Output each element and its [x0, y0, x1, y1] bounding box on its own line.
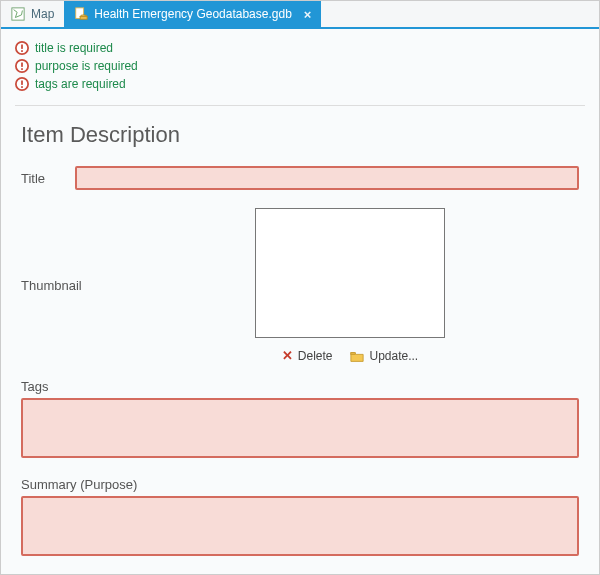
error-icon: [15, 59, 29, 73]
svg-rect-3: [80, 17, 87, 20]
thumbnail-column: ✕ Delete Update...: [121, 208, 579, 363]
thumbnail-preview[interactable]: [255, 208, 445, 338]
summary-input[interactable]: [21, 496, 579, 556]
msg-title-required: title is required: [15, 39, 585, 57]
error-icon: [15, 77, 29, 91]
summary-label: Summary (Purpose): [21, 477, 579, 492]
svg-rect-11: [21, 81, 23, 85]
validation-messages: title is required purpose is required ta…: [1, 29, 599, 99]
title-input[interactable]: [75, 166, 579, 190]
msg-purpose-required: purpose is required: [15, 57, 585, 75]
title-row: Title: [21, 166, 579, 190]
item-description-section: Item Description Title Thumbnail ✕ Delet…: [1, 106, 599, 575]
msg-tags-required: tags are required: [15, 75, 585, 93]
svg-rect-12: [21, 86, 23, 88]
folder-icon: [350, 350, 364, 362]
tab-map[interactable]: Map: [1, 1, 64, 27]
tab-geodatabase[interactable]: Health Emergency Geodatabase.gdb ×: [64, 1, 321, 27]
update-label: Update...: [369, 349, 418, 363]
section-heading: Item Description: [21, 122, 579, 148]
delete-thumbnail-button[interactable]: ✕ Delete: [282, 348, 333, 363]
thumbnail-label: Thumbnail: [21, 278, 91, 293]
svg-rect-6: [21, 50, 23, 52]
delete-label: Delete: [298, 349, 333, 363]
map-icon: [11, 7, 25, 21]
delete-icon: ✕: [282, 348, 293, 363]
msg-text: purpose is required: [35, 57, 138, 75]
close-icon[interactable]: ×: [304, 7, 312, 22]
tags-input[interactable]: [21, 398, 579, 458]
tab-geodatabase-label: Health Emergency Geodatabase.gdb: [94, 7, 291, 21]
thumbnail-actions: ✕ Delete Update...: [282, 348, 418, 363]
tab-map-label: Map: [31, 7, 54, 21]
error-icon: [15, 41, 29, 55]
svg-rect-8: [21, 63, 23, 67]
summary-block: Summary (Purpose): [21, 477, 579, 559]
msg-text: title is required: [35, 39, 113, 57]
update-thumbnail-button[interactable]: Update...: [350, 349, 418, 363]
geodatabase-icon: [74, 7, 88, 21]
tags-label: Tags: [21, 379, 579, 394]
svg-rect-9: [21, 68, 23, 70]
msg-text: tags are required: [35, 75, 126, 93]
title-label: Title: [21, 171, 61, 186]
svg-rect-13: [351, 352, 355, 354]
tab-bar: Map Health Emergency Geodatabase.gdb ×: [1, 1, 599, 29]
svg-rect-5: [21, 45, 23, 49]
tags-block: Tags: [21, 379, 579, 461]
thumbnail-row: Thumbnail ✕ Delete Update...: [21, 208, 579, 363]
